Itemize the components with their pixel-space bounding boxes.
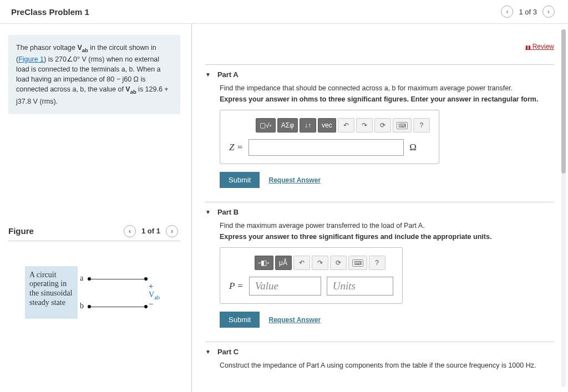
redo-button[interactable]: ↷ xyxy=(356,118,373,133)
part-b-header[interactable]: ▼Part B xyxy=(205,202,554,222)
keyboard-button[interactable]: ⌨ xyxy=(348,256,367,270)
page-title: PreClass Problem 1 xyxy=(11,7,499,17)
figure-next-button[interactable]: › xyxy=(166,225,178,237)
variable-z: Z = xyxy=(229,142,243,153)
part-a-instruction: Find the impedance that should be connec… xyxy=(220,84,554,92)
template-button[interactable]: ▫◧▫ xyxy=(255,256,273,270)
scrollbar[interactable] xyxy=(561,29,566,387)
part-c-header[interactable]: ▼Part C xyxy=(205,342,554,362)
template-button[interactable]: ▢√▫ xyxy=(256,118,276,133)
help-button[interactable]: ? xyxy=(369,256,386,270)
part-b-submit-button[interactable]: Submit xyxy=(220,312,260,328)
figure-counter: 1 of 1 xyxy=(141,227,160,235)
part-a-request-answer-link[interactable]: Request Answer xyxy=(268,176,321,184)
reset-button[interactable]: ⟳ xyxy=(374,118,391,133)
part-a-input[interactable] xyxy=(248,139,404,156)
part-a-answer-box: ▢√▫ ΑΣφ ↓↑ vec ↶ ↷ ⟳ ⌨ ? Z = Ω xyxy=(220,110,439,164)
part-a-format: Express your answer in ohms to three sig… xyxy=(220,95,554,103)
part-b-request-answer-link[interactable]: Request Answer xyxy=(268,316,321,324)
figure-heading: Figure xyxy=(8,226,34,236)
keyboard-button[interactable]: ⌨ xyxy=(393,118,412,133)
part-b-instruction: Find the maximum average power transferr… xyxy=(220,222,554,230)
chevron-down-icon: ▼ xyxy=(205,349,211,355)
part-c-instruction: Construct the impedance of Part A using … xyxy=(220,362,554,369)
next-button[interactable]: › xyxy=(542,6,555,18)
figure-link[interactable]: Figure 1 xyxy=(18,55,44,63)
part-b-answer-box: ▫◧▫ μÅ ↶ ↷ ⟳ ⌨ ? P = Value Units xyxy=(220,247,403,304)
part-b-units-input[interactable]: Units xyxy=(327,277,393,296)
vec-button[interactable]: vec xyxy=(318,118,336,133)
redo-button[interactable]: ↷ xyxy=(312,256,328,270)
figure-prev-button[interactable]: ‹ xyxy=(124,225,136,237)
units-button[interactable]: μÅ xyxy=(275,256,292,270)
undo-button[interactable]: ↶ xyxy=(293,256,310,270)
review-link[interactable]: Review xyxy=(525,43,554,50)
chevron-down-icon: ▼ xyxy=(205,72,211,78)
part-a-header[interactable]: ▼Part A xyxy=(205,65,554,84)
reset-button[interactable]: ⟳ xyxy=(330,256,347,270)
part-a-submit-button[interactable]: Submit xyxy=(220,172,260,188)
part-b-format: Express your answer to three significant… xyxy=(220,233,554,241)
figure-image: A circuit operating in the sinusoidal st… xyxy=(8,266,191,319)
chevron-down-icon: ▼ xyxy=(205,209,211,215)
scrollbar-thumb[interactable] xyxy=(561,29,566,174)
part-b-value-input[interactable]: Value xyxy=(249,277,321,296)
subsup-button[interactable]: ↓↑ xyxy=(300,118,316,133)
undo-button[interactable]: ↶ xyxy=(338,118,354,133)
greek-button[interactable]: ΑΣφ xyxy=(277,118,298,133)
help-button[interactable]: ? xyxy=(413,118,430,133)
prev-button[interactable]: ‹ xyxy=(501,6,513,18)
problem-statement: The phasor voltage Vab in the circuit sh… xyxy=(8,35,180,114)
page-counter: 1 of 3 xyxy=(519,8,537,16)
unit-ohm: Ω xyxy=(409,142,417,153)
variable-p: P = xyxy=(229,281,244,292)
